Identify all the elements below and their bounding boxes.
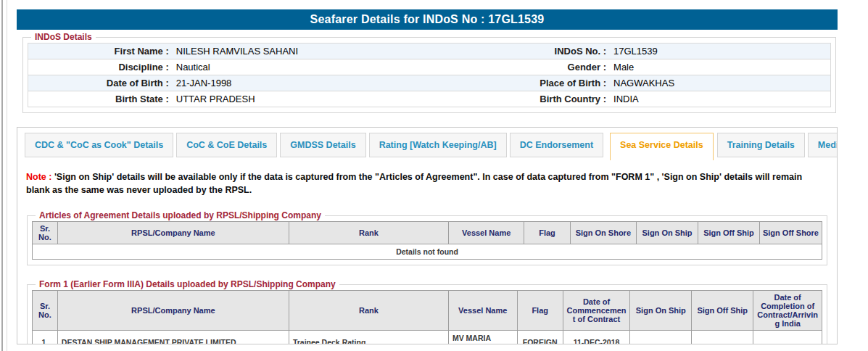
field-label-first-name: First Name : [28,44,173,59]
tab-medical-fitness-certificate[interactable]: Medical Fitness Certificate [808,133,838,157]
form1-legend: Form 1 (Earlier Form IIIA) Details uploa… [36,279,339,289]
tab-coc-coe-details[interactable]: CoC & CoE Details [176,133,277,157]
tab-dc-endorsement[interactable]: DC Endorsement [510,133,603,157]
note-text: 'Sign on Ship' details will be available… [26,172,802,195]
field-value-discipline: Nautical [173,59,513,75]
cell-date-of-completion [753,331,822,345]
field-value-birth-state: UTTAR PRADESH [173,91,513,107]
cell-rpsl-company-name: DESTAN SHIP MANAGEMENT PRIVATE LIMITED [57,331,289,345]
tab-strip: CDC & "CoC as Cook" Details CoC & CoE De… [25,133,830,160]
indos-row: Date of Birth : 21-JAN-1998 Place of Bir… [28,75,831,91]
indos-row: Birth State : UTTAR PRADESH Birth Countr… [28,91,831,107]
header-sign-on-ship: Sign On Ship [637,222,698,244]
details-not-found-message: Details not found [33,244,822,260]
tab-content-panel: CDC & "CoC as Cook" Details CoC & CoE De… [17,127,838,344]
indos-details-section: INDoS Details First Name : NILESH RAMVIL… [22,32,836,113]
field-label-discipline: Discipline : [28,59,173,75]
table-header-row: Sr. No. RPSL/Company Name Rank Vessel Na… [33,222,822,244]
field-label-indos-no: INDoS No. : [513,44,610,59]
articles-of-agreement-table: Sr. No. RPSL/Company Name Rank Vessel Na… [32,221,822,260]
field-value-gender: Male [610,59,830,75]
field-value-indos-no: 17GL1539 [610,44,830,59]
header-flag: Flag [524,222,570,244]
form1-section: Form 1 (Earlier Form IIIA) Details uploa… [27,279,827,344]
table-header-row: Sr. No. RPSL/Company Name Rank Vessel Na… [33,291,822,331]
cell-date-of-commencement: 11-DEC-2018 [563,331,630,345]
sign-on-ship-note: Note : 'Sign on Ship' details will be av… [26,171,828,197]
tab-sea-service-details[interactable]: Sea Service Details [610,133,714,160]
field-label-birth-state: Birth State : [28,91,173,107]
tab-training-details[interactable]: Training Details [717,133,805,157]
header-sign-on-ship: Sign On Ship [630,291,692,331]
header-sign-on-shore: Sign On Shore [570,222,636,244]
header-rank: Rank [289,222,448,244]
indos-details-table: First Name : NILESH RAMVILAS SAHANI INDo… [28,43,831,107]
note-prefix: Note : [26,172,51,182]
cell-sign-on-ship [630,331,692,345]
header-rpsl-company-name: RPSL/Company Name [57,222,289,244]
header-sign-off-shore: Sign Off Shore [759,222,822,244]
indos-row: First Name : NILESH RAMVILAS SAHANI INDo… [28,44,831,59]
articles-of-agreement-legend: Articles of Agreement Details uploaded b… [36,210,325,220]
cell-sr-no: 1. [33,331,58,345]
header-date-of-completion: Date of Completion of Contract/Arriving … [753,291,822,331]
field-label-place-of-birth: Place of Birth : [513,75,610,91]
header-sr-no: Sr. No. [33,291,58,331]
header-vessel-name: Vessel Name [448,222,524,244]
header-sign-off-ship: Sign Off Ship [692,291,753,331]
window-edge-line [1,0,3,351]
header-rank: Rank [289,291,448,331]
tab-cdc-coc-as-cook-details[interactable]: CDC & "CoC as Cook" Details [25,133,173,157]
cell-flag: FOREIGN [517,331,563,345]
table-row: 1. DESTAN SHIP MANAGEMENT PRIVATE LIMITE… [33,331,822,345]
cell-sign-off-ship [692,331,753,345]
frame-border-line [7,0,7,351]
header-sr-no: Sr. No. [33,222,58,244]
tab-rating-watch-keeping-ab[interactable]: Rating [Watch Keeping/AB] [369,133,507,157]
articles-of-agreement-section: Articles of Agreement Details uploaded b… [27,210,827,265]
header-flag: Flag [517,291,563,331]
header-rpsl-company-name: RPSL/Company Name [57,291,289,331]
form1-table: Sr. No. RPSL/Company Name Rank Vessel Na… [32,290,822,344]
page-container: Seafarer Details for INDoS No : 17GL1539… [17,9,838,344]
indos-row: Discipline : Nautical Gender : Male [28,59,831,75]
header-sign-off-ship: Sign Off Ship [698,222,760,244]
page-title: Seafarer Details for INDoS No : 17GL1539 [17,9,838,30]
header-vessel-name: Vessel Name [448,291,517,331]
cell-vessel-name: MV MARIA DISCOVERY [448,331,517,345]
header-date-of-commencement: Date of Commencement of Contract [563,291,630,331]
field-value-first-name: NILESH RAMVILAS SAHANI [173,44,513,59]
tab-gmdss-details[interactable]: GMDSS Details [280,133,365,157]
field-value-date-of-birth: 21-JAN-1998 [173,75,513,91]
field-label-date-of-birth: Date of Birth : [28,75,173,91]
cell-rank: Trainee Deck Rating [289,331,448,345]
empty-result-row: Details not found [33,244,822,260]
indos-details-legend: INDoS Details [31,32,96,42]
field-label-birth-country: Birth Country : [513,91,610,107]
field-value-place-of-birth: NAGWAKHAS [610,75,830,91]
field-label-gender: Gender : [513,59,610,75]
field-value-birth-country: INDIA [610,91,830,107]
